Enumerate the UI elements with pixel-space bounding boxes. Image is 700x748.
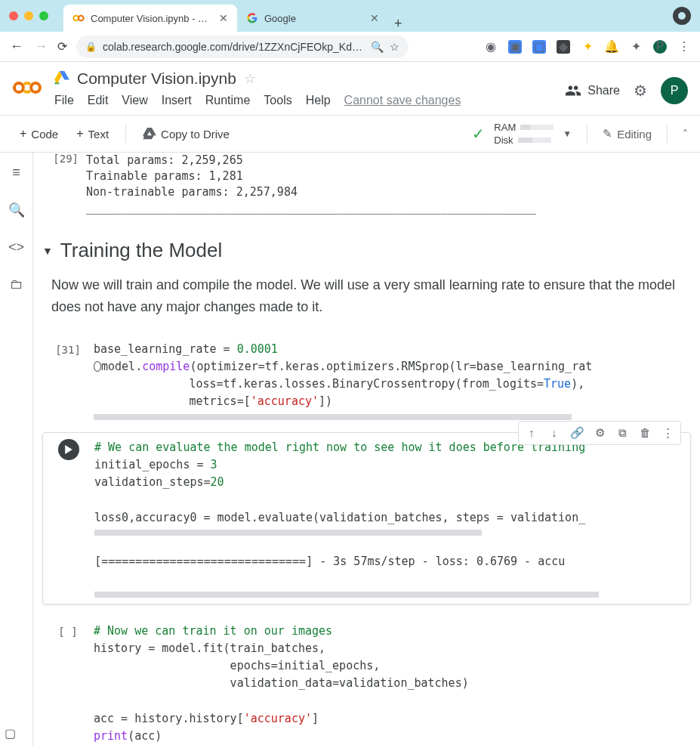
menu-edit[interactable]: Edit [88,94,109,107]
cell-actions: ↑ ↓ 🔗 ⚙ ⧉ 🗑 ⋮ [518,421,681,445]
ext-icon-3[interactable]: ▢ [532,40,546,54]
h-scrollbar[interactable] [94,414,572,420]
tab-title: Google [264,13,364,24]
tab-colab[interactable]: Computer Vision.ipynb - Colab ✕ [63,5,237,32]
drive-small-icon [143,128,156,140]
h-scrollbar[interactable] [94,530,482,536]
colab-toolbar: +Code +Text Copy to Drive ✓ RAM Disk ▼ ✎… [0,116,700,153]
chrome-profile-icon[interactable] [673,7,691,25]
header-right: Share ⚙ P [565,77,688,104]
url-input[interactable]: 🔒 colab.research.google.com/drive/1ZZXnC… [76,36,409,58]
search-icon[interactable]: 🔍 [8,202,25,218]
files-icon[interactable]: 🗀 [10,277,23,292]
minimize-window-icon[interactable] [24,11,33,20]
notebook-content[interactable]: [29] Total params: 2,259,265 Trainable p… [33,153,700,746]
ext-icon-4[interactable]: ◆ [557,40,570,54]
share-button[interactable]: Share [565,82,620,99]
share-label: Share [587,84,620,97]
chrome-menu-icon[interactable]: ⋮ [677,40,691,54]
code-cell-31[interactable]: [31] base_learning_rate = 0.0001 model.c… [42,341,691,420]
star-icon[interactable]: ☆ [390,41,399,53]
extensions-icon[interactable]: ✦ [629,40,643,54]
code-body[interactable]: # We can evaluate the model right now to… [94,439,690,598]
link-icon[interactable]: 🔗 [567,423,587,443]
exec-label: [31] [55,344,81,356]
cannot-save-link[interactable]: Cannot save changes [344,94,461,107]
more-icon[interactable]: ⋮ [658,423,677,443]
resource-indicator[interactable]: RAM Disk [494,122,554,146]
menu-tools[interactable]: Tools [264,94,291,107]
run-cell-button[interactable] [58,439,79,460]
collapse-section-icon[interactable]: ▼ [42,245,53,257]
new-tab-button[interactable]: + [388,16,409,32]
add-code-button[interactable]: +Code [12,122,66,145]
delete-icon[interactable]: 🗑 [635,423,655,443]
menu-runtime[interactable]: Runtime [205,94,251,107]
add-text-label: Text [88,128,109,141]
cell-settings-icon[interactable]: ⚙ [590,423,609,443]
separator [587,125,587,143]
profile-avatar-icon[interactable]: P [653,40,667,54]
lock-icon: 🔒 [85,42,97,52]
notifications-icon[interactable]: 🔔 [605,40,618,54]
colab-logo-icon[interactable] [12,73,42,103]
code-cell-next[interactable]: [ ] # Now we can train it on our images … [42,623,691,746]
document-title[interactable]: Computer Vision.ipynb [77,70,236,88]
connected-check-icon: ✓ [472,125,485,143]
left-rail: ≡ 🔍 <> 🗀 [0,153,33,746]
code-body[interactable]: base_learning_rate = 0.0001 model.compil… [94,341,691,420]
forward-button[interactable]: → [33,39,48,54]
star-button[interactable]: ☆ [244,70,256,87]
copy-to-drive-button[interactable]: Copy to Drive [135,123,237,145]
browser-tab-strip: Computer Vision.ipynb - Colab ✕ Google ✕… [0,0,700,32]
mirror-icon[interactable]: ⧉ [612,423,632,443]
drive-icon [54,71,69,86]
toc-icon[interactable]: ≡ [12,165,20,181]
add-text-button[interactable]: +Text [69,122,116,145]
collapse-icon[interactable]: ˄ [683,128,688,140]
section-title: Training the Model [60,239,222,262]
terminal-icon[interactable]: ▢ [5,726,16,740]
svg-point-1 [79,16,84,21]
add-code-label: Code [31,128,58,141]
code-snippets-icon[interactable]: <> [8,240,24,255]
separator [667,125,668,143]
address-bar: ← → ⟳ 🔒 colab.research.google.com/drive/… [0,32,700,62]
ext-icon-5[interactable]: ✦ [581,40,594,54]
editing-label: Editing [617,128,652,141]
maximize-window-icon[interactable] [39,11,48,20]
editing-mode-button[interactable]: ✎ Editing [603,127,652,141]
settings-icon[interactable]: ⚙ [634,82,647,100]
menu-bar: File Edit View Insert Runtime Tools Help… [54,88,553,115]
close-tab-icon[interactable]: ✕ [219,12,228,24]
back-button[interactable]: ← [9,39,24,54]
resource-dropdown-icon[interactable]: ▼ [563,128,572,139]
move-up-icon[interactable]: ↑ [522,423,541,443]
code-body[interactable]: # Now we can train it on our images hist… [94,623,691,746]
extension-icons: ◉ ▣ ▢ ◆ ✦ 🔔 ✦ P ⋮ [484,40,691,54]
separator [125,125,126,143]
menu-view[interactable]: View [122,94,147,107]
reload-button[interactable]: ⟳ [57,39,67,54]
menu-help[interactable]: Help [306,94,331,107]
model-summary-output: Total params: 2,259,265 Trainable params… [86,153,536,216]
ext-icon-2[interactable]: ▣ [508,40,522,54]
menu-file[interactable]: File [54,94,74,107]
zoom-icon[interactable]: 🔍 [371,41,384,53]
ext-icon-1[interactable]: ◉ [484,40,498,54]
user-avatar[interactable]: P [661,77,688,104]
cursor-icon [94,361,101,372]
section-header: ▼ Training the Model [42,239,691,262]
tab-google[interactable]: Google ✕ [237,5,388,32]
menu-insert[interactable]: Insert [162,94,192,107]
tabs-container: Computer Vision.ipynb - Colab ✕ Google ✕… [63,0,667,32]
copy-drive-label: Copy to Drive [161,128,230,141]
close-tab-icon[interactable]: ✕ [370,12,379,24]
tab-title: Computer Vision.ipynb - Colab [91,13,213,24]
h-scrollbar[interactable] [94,592,599,598]
ram-label: RAM [494,122,516,133]
code-cell-active[interactable]: ↑ ↓ 🔗 ⚙ ⧉ 🗑 ⋮ # We can evaluate the mode… [42,432,691,604]
move-down-icon[interactable]: ↓ [544,423,564,443]
close-window-icon[interactable] [9,11,18,20]
url-text: colab.research.google.com/drive/1ZZXnCjF… [103,41,365,53]
